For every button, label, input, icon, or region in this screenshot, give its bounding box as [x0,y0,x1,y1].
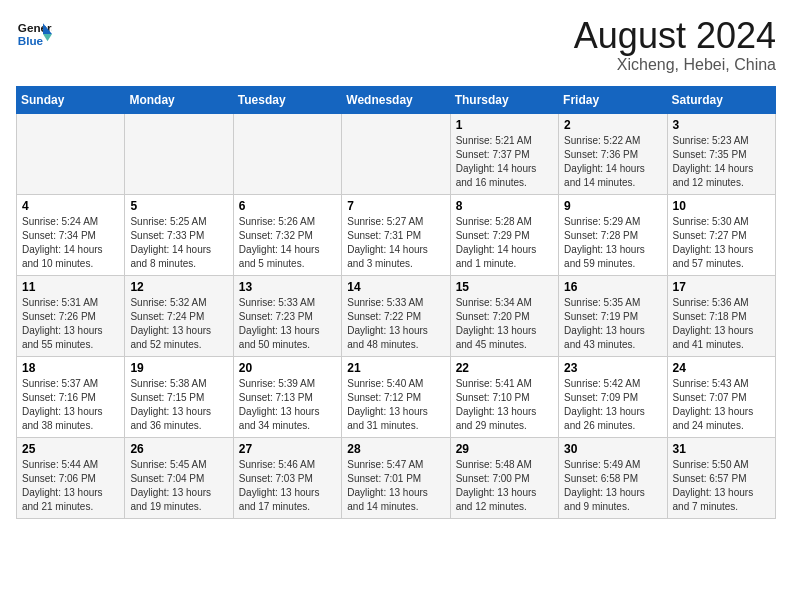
day-info: Sunrise: 5:46 AM Sunset: 7:03 PM Dayligh… [239,458,336,514]
calendar-week-row: 11Sunrise: 5:31 AM Sunset: 7:26 PM Dayli… [17,275,776,356]
day-header-row: SundayMondayTuesdayWednesdayThursdayFrid… [17,86,776,113]
calendar-cell: 9Sunrise: 5:29 AM Sunset: 7:28 PM Daylig… [559,194,667,275]
day-number: 19 [130,361,227,375]
calendar-cell: 14Sunrise: 5:33 AM Sunset: 7:22 PM Dayli… [342,275,450,356]
day-info: Sunrise: 5:25 AM Sunset: 7:33 PM Dayligh… [130,215,227,271]
day-of-week-header: Sunday [17,86,125,113]
main-title: August 2024 [574,16,776,56]
calendar-cell: 13Sunrise: 5:33 AM Sunset: 7:23 PM Dayli… [233,275,341,356]
calendar-cell: 16Sunrise: 5:35 AM Sunset: 7:19 PM Dayli… [559,275,667,356]
calendar-cell: 31Sunrise: 5:50 AM Sunset: 6:57 PM Dayli… [667,437,775,518]
day-info: Sunrise: 5:23 AM Sunset: 7:35 PM Dayligh… [673,134,770,190]
day-info: Sunrise: 5:34 AM Sunset: 7:20 PM Dayligh… [456,296,553,352]
day-info: Sunrise: 5:39 AM Sunset: 7:13 PM Dayligh… [239,377,336,433]
day-info: Sunrise: 5:28 AM Sunset: 7:29 PM Dayligh… [456,215,553,271]
day-info: Sunrise: 5:33 AM Sunset: 7:23 PM Dayligh… [239,296,336,352]
calendar-cell: 23Sunrise: 5:42 AM Sunset: 7:09 PM Dayli… [559,356,667,437]
day-number: 9 [564,199,661,213]
calendar-cell: 15Sunrise: 5:34 AM Sunset: 7:20 PM Dayli… [450,275,558,356]
calendar-cell: 24Sunrise: 5:43 AM Sunset: 7:07 PM Dayli… [667,356,775,437]
day-of-week-header: Friday [559,86,667,113]
calendar-week-row: 1Sunrise: 5:21 AM Sunset: 7:37 PM Daylig… [17,113,776,194]
header: General Blue August 2024 Xicheng, Hebei,… [16,16,776,74]
day-info: Sunrise: 5:42 AM Sunset: 7:09 PM Dayligh… [564,377,661,433]
calendar-cell: 1Sunrise: 5:21 AM Sunset: 7:37 PM Daylig… [450,113,558,194]
day-number: 4 [22,199,119,213]
day-number: 3 [673,118,770,132]
day-number: 21 [347,361,444,375]
calendar-cell: 2Sunrise: 5:22 AM Sunset: 7:36 PM Daylig… [559,113,667,194]
day-info: Sunrise: 5:31 AM Sunset: 7:26 PM Dayligh… [22,296,119,352]
calendar-cell: 4Sunrise: 5:24 AM Sunset: 7:34 PM Daylig… [17,194,125,275]
day-number: 30 [564,442,661,456]
day-number: 15 [456,280,553,294]
day-info: Sunrise: 5:48 AM Sunset: 7:00 PM Dayligh… [456,458,553,514]
day-info: Sunrise: 5:21 AM Sunset: 7:37 PM Dayligh… [456,134,553,190]
calendar-week-row: 18Sunrise: 5:37 AM Sunset: 7:16 PM Dayli… [17,356,776,437]
calendar-cell: 25Sunrise: 5:44 AM Sunset: 7:06 PM Dayli… [17,437,125,518]
calendar-cell [233,113,341,194]
day-of-week-header: Tuesday [233,86,341,113]
day-info: Sunrise: 5:41 AM Sunset: 7:10 PM Dayligh… [456,377,553,433]
day-number: 14 [347,280,444,294]
day-of-week-header: Thursday [450,86,558,113]
day-of-week-header: Monday [125,86,233,113]
logo: General Blue [16,16,52,52]
day-info: Sunrise: 5:27 AM Sunset: 7:31 PM Dayligh… [347,215,444,271]
calendar-cell: 22Sunrise: 5:41 AM Sunset: 7:10 PM Dayli… [450,356,558,437]
day-number: 23 [564,361,661,375]
calendar-cell: 20Sunrise: 5:39 AM Sunset: 7:13 PM Dayli… [233,356,341,437]
day-info: Sunrise: 5:43 AM Sunset: 7:07 PM Dayligh… [673,377,770,433]
day-number: 7 [347,199,444,213]
day-number: 8 [456,199,553,213]
day-number: 31 [673,442,770,456]
calendar-cell: 26Sunrise: 5:45 AM Sunset: 7:04 PM Dayli… [125,437,233,518]
calendar-cell: 18Sunrise: 5:37 AM Sunset: 7:16 PM Dayli… [17,356,125,437]
day-info: Sunrise: 5:26 AM Sunset: 7:32 PM Dayligh… [239,215,336,271]
calendar: SundayMondayTuesdayWednesdayThursdayFrid… [16,86,776,519]
calendar-cell: 11Sunrise: 5:31 AM Sunset: 7:26 PM Dayli… [17,275,125,356]
day-number: 25 [22,442,119,456]
calendar-cell: 8Sunrise: 5:28 AM Sunset: 7:29 PM Daylig… [450,194,558,275]
calendar-week-row: 4Sunrise: 5:24 AM Sunset: 7:34 PM Daylig… [17,194,776,275]
calendar-cell [342,113,450,194]
calendar-cell: 17Sunrise: 5:36 AM Sunset: 7:18 PM Dayli… [667,275,775,356]
calendar-cell: 30Sunrise: 5:49 AM Sunset: 6:58 PM Dayli… [559,437,667,518]
day-number: 10 [673,199,770,213]
day-info: Sunrise: 5:30 AM Sunset: 7:27 PM Dayligh… [673,215,770,271]
day-info: Sunrise: 5:24 AM Sunset: 7:34 PM Dayligh… [22,215,119,271]
day-info: Sunrise: 5:37 AM Sunset: 7:16 PM Dayligh… [22,377,119,433]
day-number: 6 [239,199,336,213]
calendar-cell [17,113,125,194]
day-number: 1 [456,118,553,132]
day-of-week-header: Wednesday [342,86,450,113]
title-area: August 2024 Xicheng, Hebei, China [574,16,776,74]
day-info: Sunrise: 5:33 AM Sunset: 7:22 PM Dayligh… [347,296,444,352]
calendar-body: 1Sunrise: 5:21 AM Sunset: 7:37 PM Daylig… [17,113,776,518]
day-info: Sunrise: 5:50 AM Sunset: 6:57 PM Dayligh… [673,458,770,514]
day-number: 16 [564,280,661,294]
day-number: 26 [130,442,227,456]
day-number: 12 [130,280,227,294]
calendar-cell: 6Sunrise: 5:26 AM Sunset: 7:32 PM Daylig… [233,194,341,275]
day-info: Sunrise: 5:49 AM Sunset: 6:58 PM Dayligh… [564,458,661,514]
calendar-cell: 27Sunrise: 5:46 AM Sunset: 7:03 PM Dayli… [233,437,341,518]
day-number: 27 [239,442,336,456]
calendar-week-row: 25Sunrise: 5:44 AM Sunset: 7:06 PM Dayli… [17,437,776,518]
day-number: 28 [347,442,444,456]
svg-marker-3 [43,34,52,41]
calendar-cell: 19Sunrise: 5:38 AM Sunset: 7:15 PM Dayli… [125,356,233,437]
day-info: Sunrise: 5:32 AM Sunset: 7:24 PM Dayligh… [130,296,227,352]
day-info: Sunrise: 5:29 AM Sunset: 7:28 PM Dayligh… [564,215,661,271]
day-info: Sunrise: 5:22 AM Sunset: 7:36 PM Dayligh… [564,134,661,190]
day-number: 11 [22,280,119,294]
calendar-header: SundayMondayTuesdayWednesdayThursdayFrid… [17,86,776,113]
subtitle: Xicheng, Hebei, China [574,56,776,74]
calendar-cell: 21Sunrise: 5:40 AM Sunset: 7:12 PM Dayli… [342,356,450,437]
day-number: 29 [456,442,553,456]
day-number: 22 [456,361,553,375]
day-number: 13 [239,280,336,294]
calendar-cell: 10Sunrise: 5:30 AM Sunset: 7:27 PM Dayli… [667,194,775,275]
calendar-cell: 3Sunrise: 5:23 AM Sunset: 7:35 PM Daylig… [667,113,775,194]
day-info: Sunrise: 5:38 AM Sunset: 7:15 PM Dayligh… [130,377,227,433]
